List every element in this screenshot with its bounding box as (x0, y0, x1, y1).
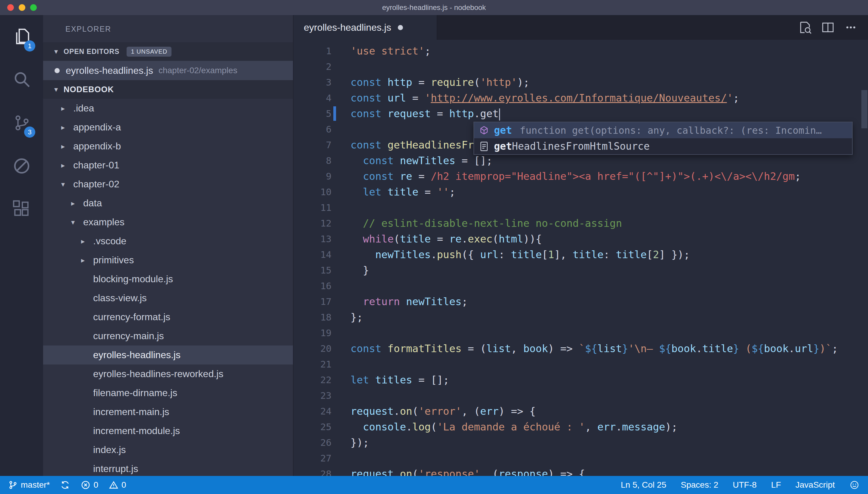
tree-file-eyrolles-headlines-reworked.js[interactable]: eyrolles-headlines-reworked.js (43, 364, 293, 383)
tree-item-label: currency-format.js (93, 311, 170, 323)
code-line-4[interactable]: 4const url = 'http://www.eyrolles.com/In… (294, 90, 868, 106)
activity-search[interactable] (0, 58, 43, 101)
activity-extensions[interactable] (0, 187, 43, 230)
open-editors-list: eyrolles-headlines.jschapter-02/examples (43, 61, 293, 80)
tree-item-label: data (83, 197, 102, 209)
code-line-28[interactable]: 28request.on('response', (response) => { (294, 466, 868, 476)
tree-file-filename-dirname.js[interactable]: filename-dirname.js (43, 383, 293, 402)
more-icon (844, 20, 858, 34)
code-line-12[interactable]: 12 // eslint-disable-next-line no-cond-a… (294, 215, 868, 231)
tree-file-currency-main.js[interactable]: currency-main.js (43, 326, 293, 345)
code-text: const url = 'http://www.eyrolles.com/Inf… (351, 90, 739, 106)
code-line-1[interactable]: 1'use strict'; (294, 43, 868, 59)
line-number: 8 (294, 153, 332, 168)
activity-debug[interactable] (0, 144, 43, 187)
line-number: 1 (294, 43, 332, 59)
line-number: 17 (294, 294, 332, 309)
status-encoding[interactable]: UTF-8 (733, 480, 756, 490)
code-line-15[interactable]: 15 } (294, 262, 868, 278)
code-line-10[interactable]: 10 let title = ''; (294, 184, 868, 200)
tree-folder-appendix-a[interactable]: appendix-a (43, 118, 293, 137)
tab-bar: eyrolles-headlines.js (294, 15, 868, 40)
code-line-16[interactable]: 16 (294, 278, 868, 294)
tree-item-label: interrupt.js (93, 463, 138, 474)
minimize-window-button[interactable] (19, 4, 25, 11)
code-line-24[interactable]: 24request.on('error', (err) => { (294, 403, 868, 419)
line-number: 23 (294, 388, 332, 403)
status-git-branch[interactable]: master* (8, 480, 50, 490)
method-icon (478, 125, 490, 136)
tree-folder-.vscode[interactable]: .vscode (43, 232, 293, 251)
text-cursor (499, 109, 500, 120)
code-line-23[interactable]: 23 (294, 388, 868, 403)
code-line-17[interactable]: 17 return newTitles; (294, 294, 868, 309)
code-line-19[interactable]: 19 (294, 325, 868, 341)
tree-file-blocking-module.js[interactable]: blocking-module.js (43, 270, 293, 289)
open-editors-header[interactable]: OPEN EDITORS 1 UNSAVED (43, 42, 293, 61)
tree-folder-.idea[interactable]: .idea (43, 99, 293, 118)
status-cursor-position[interactable]: Ln 5, Col 25 (621, 480, 666, 490)
code-line-22[interactable]: 22let titles = []; (294, 372, 868, 388)
tree-file-increment-main.js[interactable]: increment-main.js (43, 402, 293, 421)
line-number: 25 (294, 419, 332, 435)
tree-folder-examples[interactable]: examples (43, 213, 293, 232)
tree-item-label: examples (83, 216, 125, 228)
tree-file-eyrolles-headlines.js[interactable]: eyrolles-headlines.js (43, 345, 293, 364)
tree-folder-primitives[interactable]: primitives (43, 251, 293, 270)
code-line-20[interactable]: 20const formatTitles = (list, book) => `… (294, 341, 868, 356)
code-line-11[interactable]: 11 (294, 200, 868, 215)
status-label: JavaScript (795, 480, 835, 490)
code-line-26[interactable]: 26}); (294, 435, 868, 450)
tree-item-label: .vscode (93, 235, 126, 247)
code-line-3[interactable]: 3const http = require('http'); (294, 74, 868, 90)
zoom-window-button[interactable] (30, 4, 37, 11)
chevron-right-icon (61, 104, 73, 113)
activity-bar: 13 (0, 15, 43, 476)
tab-eyrolles-headlines[interactable]: eyrolles-headlines.js (294, 15, 437, 40)
status-language-mode[interactable]: JavaScript (795, 480, 835, 490)
titlebar: eyrolles-headlines.js - nodebook (0, 0, 868, 15)
code-line-9[interactable]: 9 const re = /h2 itemprop="Headline"><a … (294, 168, 868, 184)
status-sync[interactable] (60, 480, 70, 490)
chevron-right-icon (61, 161, 73, 170)
status-bar: master*00 Ln 5, Col 25Spaces: 2UTF-8LFJa… (0, 476, 868, 494)
code-line-8[interactable]: 8 const newTitles = []; (294, 153, 868, 168)
more-actions-button[interactable] (844, 20, 858, 34)
status-label: 0 (93, 480, 98, 490)
code-line-18[interactable]: 18}; (294, 309, 868, 325)
close-window-button[interactable] (7, 4, 14, 11)
activity-explorer[interactable]: 1 (0, 15, 43, 58)
code-line-25[interactable]: 25 console.log('La demande a échoué : ',… (294, 419, 868, 435)
tree-folder-data[interactable]: data (43, 194, 293, 213)
split-editor-button[interactable] (821, 20, 835, 34)
code-line-27[interactable]: 27 (294, 450, 868, 466)
activity-source-control[interactable]: 3 (0, 101, 43, 144)
tree-folder-chapter-02[interactable]: chapter-02 (43, 175, 293, 194)
tree-file-currency-format.js[interactable]: currency-format.js (43, 307, 293, 326)
code-line-13[interactable]: 13 while(title = re.exec(html)){ (294, 231, 868, 247)
code-line-21[interactable]: 21 (294, 356, 868, 372)
code-line-2[interactable]: 2 (294, 59, 868, 74)
tree-folder-appendix-b[interactable]: appendix-b (43, 137, 293, 156)
suggestion-get[interactable]: getfunction get(options: any, callback?:… (474, 122, 852, 138)
tree-file-interrupt.js[interactable]: interrupt.js (43, 459, 293, 476)
explorer-badge: 1 (24, 40, 35, 52)
status-eol[interactable]: LF (771, 480, 781, 490)
status-indentation[interactable]: Spaces: 2 (681, 480, 719, 490)
find-in-file-button[interactable] (798, 20, 812, 34)
tree-file-index.js[interactable]: index.js (43, 440, 293, 459)
open-editor-item[interactable]: eyrolles-headlines.jschapter-02/examples (43, 61, 293, 80)
status-feedback[interactable] (849, 480, 860, 490)
code-line-14[interactable]: 14 newTitles.push({ url: title[1], title… (294, 247, 868, 262)
tree-folder-chapter-01[interactable]: chapter-01 (43, 156, 293, 175)
folder-section-header[interactable]: NODEBOOK (43, 80, 293, 99)
suggestion-getHeadlinesFromHtmlSource[interactable]: getHeadlinesFromHtmlSource (474, 138, 852, 154)
status-errors[interactable]: 0 (80, 480, 98, 490)
code-line-5[interactable]: 5const request = http.get (294, 106, 868, 121)
line-number: 18 (294, 309, 332, 325)
window-controls (7, 0, 37, 15)
status-warnings[interactable]: 0 (109, 480, 126, 490)
tree-file-increment-module.js[interactable]: increment-module.js (43, 421, 293, 440)
code-editor[interactable]: 1'use strict';23const http = require('ht… (294, 40, 868, 476)
tree-file-class-view.js[interactable]: class-view.js (43, 289, 293, 307)
